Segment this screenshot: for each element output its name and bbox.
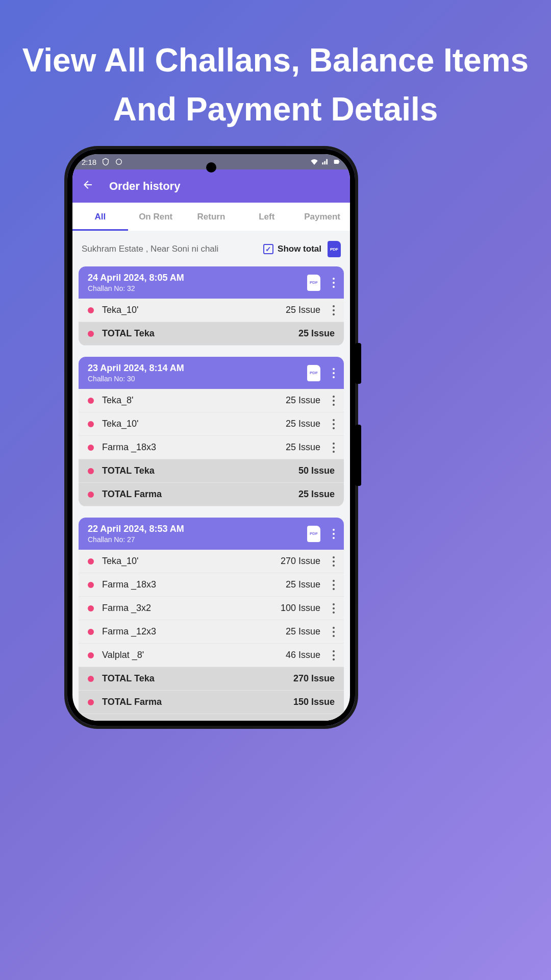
item-more-button[interactable]	[333, 305, 335, 315]
pdf-icon: PDF	[330, 247, 338, 252]
item-more-button[interactable]	[333, 580, 335, 590]
wifi-icon	[310, 158, 318, 166]
total-name: TOTAL Farma	[102, 489, 298, 500]
total-name: TOTAL Teka	[102, 673, 293, 684]
item-qty: 25 Issue	[286, 305, 320, 315]
item-name: Farma _18x3	[102, 442, 286, 453]
challan-more-button[interactable]	[333, 529, 335, 539]
total-row: TOTAL Teka270 Issue	[79, 667, 344, 691]
total-qty: 50 Issue	[298, 465, 335, 476]
challan-number: Challan No: 27	[88, 535, 307, 544]
phone-notch	[206, 162, 216, 173]
challan-header: 24 April 2024, 8:05 AMChallan No: 32PDF	[79, 266, 344, 299]
item-name: Valplat _8'	[102, 650, 286, 660]
bullet-icon	[88, 492, 94, 498]
phone-frame: 2:18 Order history AllOn RentReturnLeftP…	[67, 149, 355, 726]
item-more-button[interactable]	[333, 443, 335, 453]
challan-pdf-button[interactable]: PDF	[307, 365, 320, 381]
item-row: Teka_10'25 Issue	[79, 299, 344, 322]
item-row: Farma _18x325 Issue	[79, 436, 344, 459]
item-name: Farma _3x2	[102, 603, 281, 614]
item-qty: 25 Issue	[286, 395, 320, 406]
battery-icon	[333, 158, 341, 166]
challan-header: 23 April 2024, 8:14 AMChallan No: 30PDF	[79, 357, 344, 389]
item-qty: 25 Issue	[286, 626, 320, 637]
challan-more-button[interactable]	[333, 368, 335, 378]
export-pdf-button[interactable]: PDF	[328, 241, 341, 257]
item-more-button[interactable]	[333, 396, 335, 406]
item-name: Teka_10'	[102, 419, 286, 429]
tab-left[interactable]: Left	[239, 203, 294, 231]
total-row: TOTAL Farma25 Issue	[79, 483, 344, 506]
item-row: Teka_8'25 Issue	[79, 389, 344, 412]
item-more-button[interactable]	[333, 603, 335, 614]
item-qty: 100 Issue	[281, 603, 320, 614]
total-name: TOTAL Valplat	[102, 720, 298, 721]
phone-screen: 2:18 Order history AllOn RentReturnLeftP…	[72, 154, 350, 721]
bullet-icon	[88, 445, 94, 451]
item-row: Teka_10'270 Issue	[79, 550, 344, 573]
back-button[interactable]	[82, 179, 94, 194]
challan-card: 24 April 2024, 8:05 AMChallan No: 32PDFT…	[79, 266, 344, 346]
item-qty: 25 Issue	[286, 579, 320, 590]
item-more-button[interactable]	[333, 556, 335, 567]
page-title: Order history	[109, 180, 180, 193]
total-name: TOTAL Farma	[102, 697, 293, 707]
tab-payment[interactable]: Payment	[294, 203, 350, 231]
item-more-button[interactable]	[333, 627, 335, 637]
item-name: Farma _18x3	[102, 579, 286, 590]
total-row: TOTAL Teka50 Issue	[79, 459, 344, 483]
tab-return[interactable]: Return	[184, 203, 239, 231]
challan-date: 22 April 2024, 8:53 AM	[88, 524, 307, 534]
circle-icon	[115, 158, 123, 166]
signal-icon	[321, 158, 330, 166]
tab-on-rent[interactable]: On Rent	[128, 203, 184, 231]
item-row: Farma _18x325 Issue	[79, 573, 344, 597]
bullet-icon	[88, 468, 94, 474]
bullet-icon	[88, 676, 94, 682]
tab-all[interactable]: All	[72, 203, 128, 231]
location-text: Sukhram Estate , Near Soni ni chali	[82, 243, 257, 255]
item-more-button[interactable]	[333, 419, 335, 429]
challan-header: 22 April 2024, 8:53 AMChallan No: 27PDF	[79, 518, 344, 550]
checkbox-label: Show total	[278, 244, 321, 254]
challan-number: Challan No: 32	[88, 284, 307, 292]
bullet-icon	[88, 629, 94, 635]
total-qty: 25 Issue	[298, 489, 335, 500]
context-row: Sukhram Estate , Near Soni ni chali ✓ Sh…	[72, 231, 350, 266]
total-row: TOTAL Valplat46 Issue	[79, 714, 344, 721]
total-row: TOTAL Teka25 Issue	[79, 322, 344, 346]
challan-card: 22 April 2024, 8:53 AMChallan No: 27PDFT…	[79, 518, 344, 721]
pdf-icon: PDF	[310, 531, 318, 536]
bullet-icon	[88, 421, 94, 427]
total-row: TOTAL Farma150 Issue	[79, 691, 344, 714]
svg-rect-2	[339, 161, 339, 163]
item-qty: 270 Issue	[281, 556, 320, 567]
tab-bar: AllOn RentReturnLeftPayment	[72, 203, 350, 231]
svg-rect-1	[334, 160, 339, 164]
arrow-left-icon	[82, 179, 94, 191]
bullet-icon	[88, 699, 94, 705]
order-list[interactable]: 24 April 2024, 8:05 AMChallan No: 32PDFT…	[72, 266, 350, 721]
challan-more-button[interactable]	[333, 278, 335, 288]
challan-card: 23 April 2024, 8:14 AMChallan No: 30PDFT…	[79, 357, 344, 506]
total-name: TOTAL Teka	[102, 328, 298, 339]
show-total-checkbox[interactable]: ✓ Show total	[263, 244, 321, 254]
challan-pdf-button[interactable]: PDF	[307, 275, 320, 291]
item-name: Farma _12x3	[102, 626, 286, 637]
total-name: TOTAL Teka	[102, 465, 298, 476]
item-qty: 25 Issue	[286, 419, 320, 429]
bullet-icon	[88, 652, 94, 658]
challan-number: Challan No: 30	[88, 375, 307, 383]
item-more-button[interactable]	[333, 650, 335, 660]
bullet-icon	[88, 307, 94, 313]
total-qty: 46 Issue	[298, 720, 335, 721]
challan-date: 24 April 2024, 8:05 AM	[88, 273, 307, 283]
item-name: Teka_8'	[102, 395, 286, 406]
total-qty: 150 Issue	[293, 697, 335, 707]
bullet-icon	[88, 558, 94, 565]
item-qty: 25 Issue	[286, 442, 320, 453]
challan-pdf-button[interactable]: PDF	[307, 526, 320, 542]
marketing-title: View All Challans, Balance Items And Pay…	[0, 0, 551, 134]
item-name: Teka_10'	[102, 305, 286, 315]
